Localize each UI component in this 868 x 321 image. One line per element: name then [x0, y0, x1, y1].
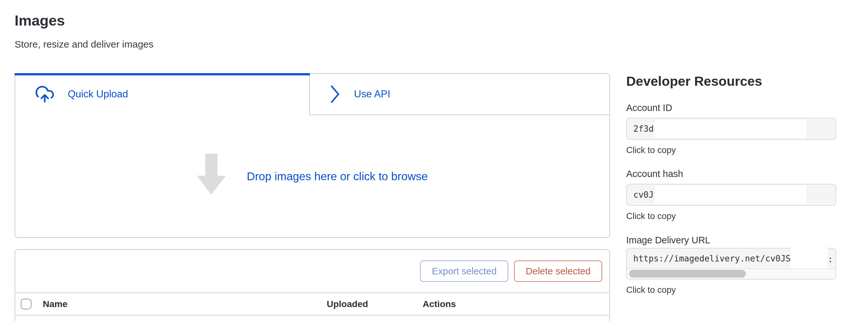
- account-id-label: Account ID: [626, 102, 836, 114]
- column-header-name: Name: [43, 299, 327, 309]
- tab-use-api[interactable]: Use API: [310, 73, 610, 115]
- images-page: Images Store, resize and deliver images …: [0, 0, 868, 321]
- export-selected-button[interactable]: Export selected: [420, 260, 508, 282]
- developer-resources-panel: Developer Resources Account ID 2f3d Clic…: [626, 0, 836, 295]
- developer-resources-heading: Developer Resources: [626, 74, 836, 89]
- account-hash-field[interactable]: cv0J: [626, 184, 836, 206]
- delete-selected-button[interactable]: Delete selected: [514, 260, 602, 282]
- upload-card: Quick Upload Use API Drop images here or…: [14, 73, 610, 238]
- image-list-card: Export selected Delete selected Name Upl…: [14, 249, 610, 321]
- tab-quick-upload-label: Quick Upload: [68, 88, 128, 100]
- tab-quick-upload[interactable]: Quick Upload: [14, 73, 310, 115]
- scrollbar-thumb[interactable]: [629, 270, 746, 278]
- image-delivery-url-field[interactable]: https://imagedelivery.net/cv0JS :: [626, 248, 836, 280]
- horizontal-scrollbar[interactable]: [627, 269, 836, 278]
- table-header-row: Name Uploaded Actions: [15, 293, 609, 316]
- arrow-down-icon: [197, 154, 226, 194]
- select-all-checkbox[interactable]: [21, 299, 31, 309]
- drop-zone-label: Drop images here or click to browse: [247, 170, 428, 183]
- page-subtitle: Store, resize and deliver images: [14, 39, 154, 50]
- account-hash-label: Account hash: [626, 168, 836, 180]
- drop-zone[interactable]: Drop images here or click to browse: [14, 115, 610, 238]
- page-title: Images: [14, 12, 65, 29]
- account-hash-value: cv0J: [633, 190, 654, 200]
- column-header-uploaded: Uploaded: [327, 299, 423, 309]
- redaction-overlay: [655, 119, 806, 138]
- redaction-overlay: [655, 185, 806, 204]
- image-delivery-url-fragment: :: [828, 254, 833, 264]
- account-id-value: 2f3d: [633, 124, 654, 134]
- cloud-upload-icon: [34, 84, 55, 104]
- account-id-click-to-copy: Click to copy: [626, 145, 836, 156]
- chevron-right-icon: [330, 84, 340, 105]
- column-header-actions: Actions: [423, 299, 456, 309]
- image-delivery-url-value: https://imagedelivery.net/cv0JS: [633, 254, 790, 263]
- list-toolbar: Export selected Delete selected: [15, 250, 609, 293]
- image-delivery-url-click-to-copy: Click to copy: [626, 285, 836, 295]
- tab-use-api-label: Use API: [354, 88, 390, 100]
- tab-row: Quick Upload Use API: [14, 73, 610, 115]
- account-id-field[interactable]: 2f3d: [626, 118, 836, 140]
- account-hash-click-to-copy: Click to copy: [626, 211, 836, 222]
